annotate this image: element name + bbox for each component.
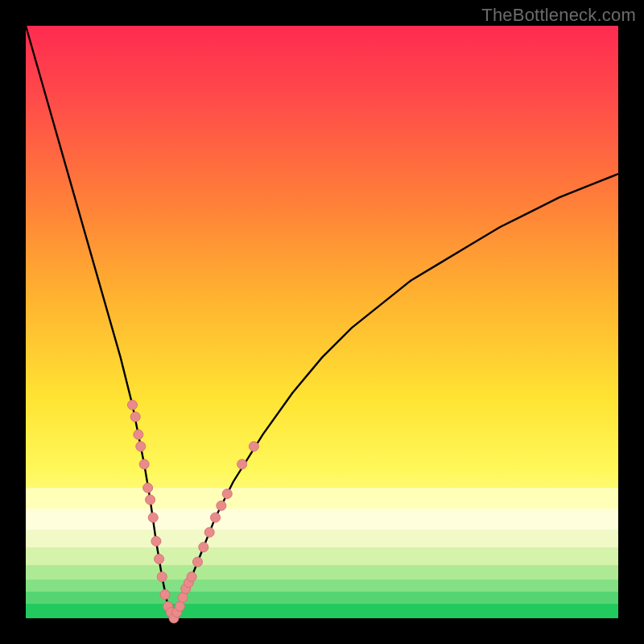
curve-marker [175,601,184,611]
curve-marker [139,460,149,469]
curve-marker [249,442,258,452]
curve-markers [127,400,258,623]
curve-marker [211,513,221,522]
watermark-text: TheBottleneck.com [481,5,636,26]
curve-marker [143,483,153,493]
curve-marker [127,400,137,410]
curve-marker [151,536,161,546]
curve-marker [187,572,196,581]
curve-marker [148,513,158,522]
curve-marker [217,501,226,510]
curve-marker [199,543,208,552]
curve-marker [222,489,232,498]
curve-marker [157,572,167,581]
curve-layer [26,26,618,618]
curve-marker [155,554,164,564]
curve-marker [178,592,188,602]
curve-marker [130,412,140,422]
curve-marker [237,460,247,469]
curve-marker [136,442,146,452]
curve-marker [160,590,170,600]
bottleneck-curve [26,26,618,618]
chart-frame: TheBottleneck.com [0,0,644,644]
curve-marker [192,557,202,567]
curve-marker [146,495,155,505]
plot-area [26,26,618,618]
curve-marker [204,527,214,537]
curve-marker [134,430,143,440]
